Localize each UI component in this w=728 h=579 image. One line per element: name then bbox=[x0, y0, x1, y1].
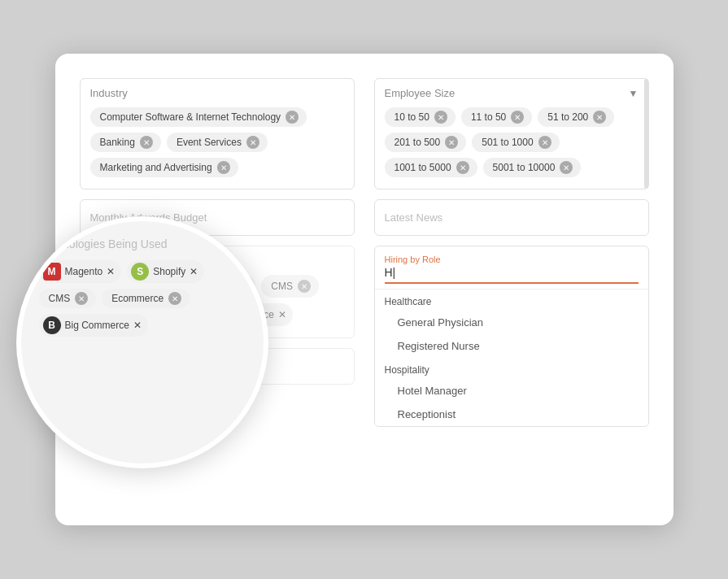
circle-tag-ecommerce[interactable]: Ecommerce ✕ bbox=[102, 289, 190, 308]
tag-label: Big Commerce bbox=[65, 320, 129, 331]
remove-tag-1001-5000[interactable]: ✕ bbox=[456, 161, 469, 174]
hiring-by-role-input[interactable] bbox=[385, 266, 639, 284]
tag-cms[interactable]: CMS ✕ bbox=[261, 275, 319, 298]
circle-tag-shopify[interactable]: S Shopify ✕ bbox=[127, 260, 204, 283]
circle-magnifier-overlay: Technologies Being Used M Magento ✕ S Sh… bbox=[16, 216, 268, 468]
circle-remove-cms[interactable]: ✕ bbox=[75, 292, 88, 305]
industry-title: Industry bbox=[90, 87, 128, 99]
tag-marketing[interactable]: Marketing and Advertising ✕ bbox=[90, 158, 238, 177]
circle-remove-magento[interactable]: ✕ bbox=[107, 266, 115, 277]
tag-label: CMS bbox=[49, 293, 71, 304]
tag-1001-5000[interactable]: 1001 to 5000 ✕ bbox=[385, 158, 477, 177]
remove-tag-bigcommerce[interactable]: ✕ bbox=[278, 309, 286, 320]
main-card: Industry Computer Software & Internet Te… bbox=[55, 54, 674, 525]
circle-magento-icon: M bbox=[43, 263, 61, 281]
industry-tags: Computer Software & Internet Technology … bbox=[90, 107, 344, 177]
remove-tag-computer-software[interactable]: ✕ bbox=[286, 111, 299, 124]
remove-tag-51-200[interactable]: ✕ bbox=[593, 111, 606, 124]
employee-size-label: Employee Size ▼ bbox=[385, 87, 639, 99]
remove-tag-10-50[interactable]: ✕ bbox=[434, 111, 447, 124]
remove-tag-11-50[interactable]: ✕ bbox=[511, 111, 524, 124]
tag-label: 5001 to 10000 bbox=[493, 162, 556, 173]
circle-bigcommerce-icon: B bbox=[43, 316, 61, 334]
remove-tag-501-1000[interactable]: ✕ bbox=[538, 136, 551, 149]
industry-label: Industry bbox=[90, 87, 344, 99]
circle-technologies-label: Technologies Being Used bbox=[39, 237, 246, 250]
tag-label: CMS bbox=[271, 281, 293, 292]
circle-tag-bigcommerce[interactable]: B Big Commerce ✕ bbox=[39, 314, 148, 337]
employee-size-title: Employee Size bbox=[385, 87, 456, 99]
hiring-by-role-section: Hiring by Role Healthcare General Physic… bbox=[374, 246, 649, 427]
tag-label: Marketing and Advertising bbox=[100, 162, 212, 173]
tag-label: Banking bbox=[100, 137, 135, 148]
circle-tag-cms[interactable]: CMS ✕ bbox=[39, 289, 97, 308]
tag-label: 501 to 1000 bbox=[482, 137, 533, 148]
tag-label: 10 to 50 bbox=[395, 111, 429, 123]
tag-label: 201 to 500 bbox=[395, 137, 441, 148]
hiring-by-role-label: Hiring by Role bbox=[385, 255, 639, 264]
latest-news-section[interactable]: Latest News bbox=[374, 199, 649, 236]
tag-label: 51 to 200 bbox=[547, 111, 588, 123]
tag-label: Event Services bbox=[177, 137, 242, 148]
circle-shopify-icon: S bbox=[131, 263, 149, 281]
tag-event-services[interactable]: Event Services ✕ bbox=[167, 133, 268, 152]
remove-tag-cms[interactable]: ✕ bbox=[298, 280, 311, 293]
tag-label: Computer Software & Internet Technology bbox=[100, 111, 281, 123]
tag-label: Ecommerce bbox=[111, 293, 163, 304]
tag-5001-10000[interactable]: 5001 to 10000 ✕ bbox=[483, 158, 582, 177]
tag-10-50[interactable]: 10 to 50 ✕ bbox=[385, 107, 456, 127]
tag-label: Shopify bbox=[153, 266, 185, 277]
tag-501-1000[interactable]: 501 to 1000 ✕ bbox=[472, 133, 559, 152]
employee-size-section: Employee Size ▼ 10 to 50 ✕ 11 to 50 ✕ 51… bbox=[374, 78, 649, 189]
chevron-down-icon: ▼ bbox=[629, 88, 639, 99]
tag-201-500[interactable]: 201 to 500 ✕ bbox=[385, 133, 467, 152]
remove-tag-event-services[interactable]: ✕ bbox=[246, 136, 259, 149]
category-hospitality: Hospitality bbox=[375, 358, 648, 379]
tag-banking[interactable]: Banking ✕ bbox=[90, 133, 161, 152]
remove-tag-5001-10000[interactable]: ✕ bbox=[560, 161, 573, 174]
circle-remove-shopify[interactable]: ✕ bbox=[190, 266, 198, 277]
category-healthcare: Healthcare bbox=[375, 290, 648, 311]
tag-label: 11 to 50 bbox=[471, 111, 506, 123]
latest-news-label: Latest News bbox=[385, 211, 443, 224]
dropdown-item-general-physician[interactable]: General Physician bbox=[375, 311, 648, 334]
circle-remove-ecommerce[interactable]: ✕ bbox=[168, 292, 181, 305]
circle-technologies-tags: M Magento ✕ S Shopify ✕ CMS ✕ Ecommerce … bbox=[39, 260, 246, 337]
remove-tag-marketing[interactable]: ✕ bbox=[217, 161, 230, 174]
remove-tag-banking[interactable]: ✕ bbox=[140, 136, 153, 149]
tag-51-200[interactable]: 51 to 200 ✕ bbox=[538, 107, 614, 127]
industry-section: Industry Computer Software & Internet Te… bbox=[80, 78, 355, 189]
tag-label: 1001 to 5000 bbox=[395, 162, 451, 173]
dropdown-item-receptionist[interactable]: Receptionist bbox=[375, 403, 648, 426]
right-column: Employee Size ▼ 10 to 50 ✕ 11 to 50 ✕ 51… bbox=[374, 78, 649, 427]
hiring-dropdown: Healthcare General Physician Registered … bbox=[375, 289, 648, 426]
dropdown-item-registered-nurse[interactable]: Registered Nurse bbox=[375, 334, 648, 358]
hiring-header: Hiring by Role bbox=[375, 246, 648, 284]
tag-label: Magento bbox=[65, 266, 103, 277]
circle-remove-bigcommerce[interactable]: ✕ bbox=[133, 320, 142, 331]
remove-tag-201-500[interactable]: ✕ bbox=[445, 136, 458, 149]
circle-tag-magento[interactable]: M Magento ✕ bbox=[39, 260, 122, 283]
tag-11-50[interactable]: 11 to 50 ✕ bbox=[461, 107, 532, 127]
dropdown-item-hotel-manager[interactable]: Hotel Manager bbox=[375, 379, 648, 403]
employee-size-tags: 10 to 50 ✕ 11 to 50 ✕ 51 to 200 ✕ 201 to… bbox=[385, 107, 639, 177]
tag-computer-software[interactable]: Computer Software & Internet Technology … bbox=[90, 107, 307, 127]
